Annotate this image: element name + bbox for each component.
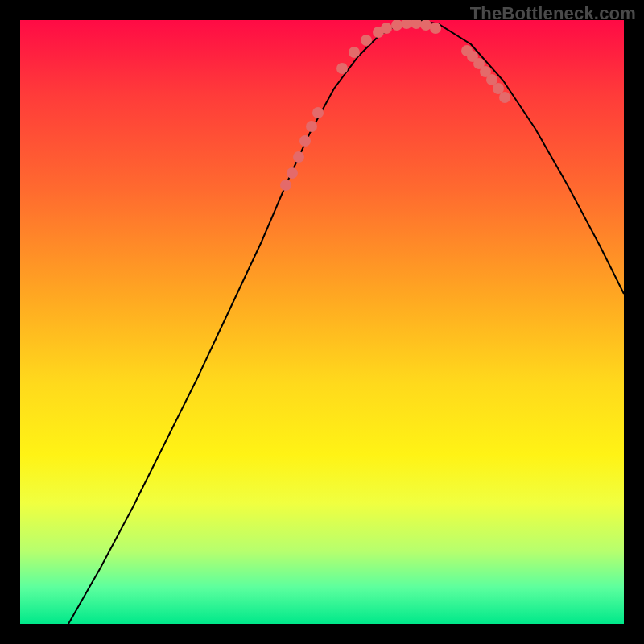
- curve-marker: [430, 23, 441, 34]
- chart-frame: TheBottleneck.com: [0, 0, 644, 644]
- curve-marker: [361, 35, 372, 46]
- curve-marker: [336, 63, 348, 74]
- curve-marker: [287, 167, 298, 179]
- curve-marker: [299, 135, 311, 147]
- curve-marker: [401, 20, 412, 29]
- watermark-text: TheBottleneck.com: [470, 3, 636, 24]
- curve-marker: [312, 107, 324, 118]
- marker-group: [280, 20, 510, 191]
- curve-marker: [391, 20, 402, 31]
- curve-marker: [306, 121, 317, 132]
- curve-marker: [420, 20, 431, 31]
- curve-marker: [293, 151, 304, 163]
- bottleneck-curve: [68, 20, 624, 624]
- curve-marker: [280, 180, 291, 191]
- curve-marker: [499, 92, 510, 103]
- plot-area: [20, 20, 624, 624]
- curve-marker: [349, 47, 360, 58]
- curve-marker: [411, 20, 422, 29]
- curve-svg: [20, 20, 624, 624]
- curve-marker: [381, 23, 392, 34]
